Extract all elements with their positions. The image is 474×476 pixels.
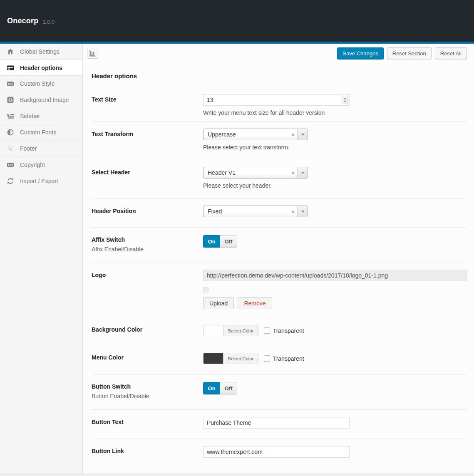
home-icon — [6, 47, 15, 56]
sidebar-item-copyright[interactable]: CC Copyright — [0, 157, 82, 173]
sidebar-item-label: Custom Style — [20, 80, 55, 87]
text-size-input[interactable] — [203, 94, 350, 106]
field-label: Select Header — [92, 169, 203, 176]
field-label: Menu Color — [92, 354, 203, 361]
field-row-select-header: Select Header Header V1 × Please select … — [92, 160, 467, 199]
field-label: Text Size — [92, 96, 203, 103]
contrast-icon — [6, 128, 15, 136]
field-label: Logo — [92, 272, 203, 278]
smiley-icon — [6, 96, 15, 104]
number-spinner[interactable] — [342, 96, 348, 104]
select-color-button[interactable]: Select Color — [223, 325, 258, 336]
color-swatch — [203, 325, 223, 336]
field-row-text-size: Text Size Write your menu text size for … — [92, 87, 467, 122]
text-transform-select[interactable]: Uppercase × — [203, 129, 308, 140]
field-sublabel: Button Enabel/Disable — [92, 393, 203, 399]
reset-section-button[interactable]: Reset Section — [387, 47, 432, 59]
options-toolbar: Save Changes Reset Section Reset All — [83, 44, 474, 63]
sidebar-item-custom-style[interactable]: CC Custom Style — [0, 76, 82, 92]
upload-button[interactable]: Upload — [203, 297, 234, 309]
sidebar-item-footer[interactable]: ☟ Footer — [0, 141, 82, 157]
field-label: Affix Switch — [92, 236, 203, 243]
bottom-strip — [0, 474, 474, 476]
field-row-button-text: Button Text — [92, 410, 467, 439]
refresh-icon — [6, 177, 15, 185]
thumb-down-icon: ☟ — [6, 144, 15, 153]
field-row-button-link: Button Link — [92, 439, 467, 468]
button-link-input[interactable] — [203, 446, 350, 458]
sidebar-item-label: Footer — [20, 145, 37, 152]
transparent-checkbox[interactable] — [264, 355, 270, 362]
selected-value: Uppercase — [203, 131, 288, 138]
logo-url-input[interactable] — [203, 270, 467, 281]
button-text-input[interactable] — [203, 417, 350, 429]
sidebar-item-label: Import / Export — [20, 178, 58, 184]
toggle-on-button[interactable]: On — [203, 235, 220, 248]
sidebar-item-background-image[interactable]: Background Image — [0, 92, 82, 108]
window-layout-icon — [89, 50, 96, 57]
app-header: Onecorp 1.0.0 — [0, 0, 474, 42]
field-label: Button Switch — [92, 383, 203, 390]
field-description: Write your menu text size for all header… — [203, 109, 467, 116]
clear-selection-icon[interactable]: × — [288, 131, 298, 138]
page-title: Header options — [83, 63, 474, 87]
color-swatch — [203, 353, 223, 364]
header-layout-icon — [6, 64, 15, 72]
toggle-on-button[interactable]: On — [203, 382, 220, 394]
sidebar-item-label: Background Image — [20, 97, 69, 103]
background-color-picker[interactable]: Select Color — [203, 325, 258, 336]
field-row-header-position: Header Position Fixed × — [92, 199, 467, 228]
sidebar-item-label: Header options — [20, 64, 62, 71]
sidebar-item-label: Custom Fonts — [20, 129, 56, 136]
transparent-label: Transparent — [273, 355, 304, 362]
button-switch-toggle: On Off — [203, 382, 237, 394]
theme-options-window: Onecorp 1.0.0 Global Settings — [0, 0, 474, 476]
header-position-select[interactable]: Fixed × — [203, 206, 308, 217]
clear-selection-icon[interactable]: × — [288, 208, 298, 215]
menu-color-picker[interactable]: Select Color — [203, 353, 258, 364]
selected-value: Header V1 — [203, 169, 288, 176]
field-row-text-transform: Text Transform Uppercase × Please select… — [92, 122, 467, 160]
chevron-down-icon[interactable] — [298, 206, 308, 217]
save-changes-button[interactable]: Save Changes — [337, 47, 383, 59]
cc-icon: CC — [6, 79, 15, 88]
reset-all-button[interactable]: Reset All — [435, 47, 467, 59]
sidebar-item-custom-fonts[interactable]: Custom Fonts — [0, 124, 82, 141]
field-description: Please select your text transform. — [203, 144, 467, 151]
field-label: Text Transform — [92, 131, 203, 137]
remove-button[interactable]: Remove — [238, 297, 272, 309]
select-color-button[interactable]: Select Color — [223, 353, 258, 364]
sidebar-item-import-export[interactable]: Import / Export — [0, 173, 82, 189]
transparent-checkbox[interactable] — [264, 327, 270, 334]
expand-options-button[interactable] — [87, 48, 98, 59]
field-sublabel: Affix Enabel/Disable — [92, 246, 203, 253]
toggle-off-button[interactable]: Off — [220, 235, 237, 248]
version-badge: 1.0.0 — [42, 19, 55, 25]
affix-switch-toggle: On Off — [203, 235, 237, 248]
logo-preview-placeholder — [203, 287, 208, 293]
field-row-menu-color: Menu Color Select Color Transparent — [92, 345, 467, 374]
list-icon — [6, 112, 15, 120]
field-label: Button Link — [92, 448, 203, 454]
settings-sidebar: Global Settings Header options CC — [0, 44, 83, 474]
svg-text:CC: CC — [8, 82, 13, 86]
field-row-logo: Logo Upload Remove — [92, 263, 467, 318]
field-description: Please select your header. — [203, 182, 467, 189]
field-label: Background Color — [92, 326, 203, 333]
svg-text:CC: CC — [8, 163, 13, 167]
field-row-button-switch: Button Switch Button Enabel/Disable On O… — [92, 374, 467, 410]
cc-icon: CC — [6, 161, 15, 169]
sidebar-item-global-settings[interactable]: Global Settings — [0, 44, 82, 60]
field-row-affix-switch: Affix Switch Affix Enabel/Disable On Off — [92, 228, 467, 263]
select-header-select[interactable]: Header V1 × — [203, 167, 308, 178]
sidebar-item-header-options[interactable]: Header options — [0, 60, 82, 76]
options-panel: Save Changes Reset Section Reset All Hea… — [83, 44, 474, 474]
chevron-down-icon[interactable] — [298, 167, 308, 178]
sidebar-item-sidebar[interactable]: Sidebar — [0, 108, 82, 124]
clear-selection-icon[interactable]: × — [288, 170, 298, 176]
field-row-background-color: Background Color Select Color Transparen… — [92, 318, 467, 345]
field-label: Header Position — [92, 208, 203, 214]
toggle-off-button[interactable]: Off — [220, 382, 237, 394]
chevron-down-icon[interactable] — [298, 129, 308, 140]
selected-value: Fixed — [203, 208, 288, 215]
